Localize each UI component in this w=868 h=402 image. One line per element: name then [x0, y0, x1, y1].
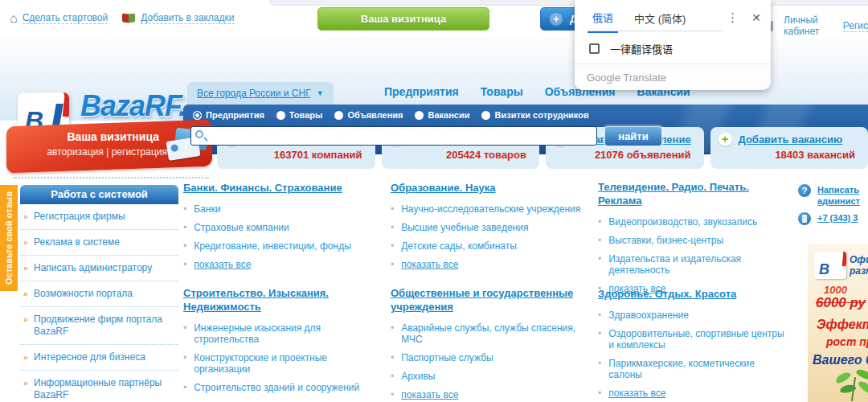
show-all-link[interactable]: показать все — [401, 389, 458, 400]
category-link[interactable]: Конструкторские и проектные организации — [194, 352, 379, 375]
category-title[interactable]: Строительство. Изыскания. Недвижимость — [183, 286, 379, 314]
category-link[interactable]: Здравоохранение — [608, 310, 689, 321]
sidebar-item-write-admin[interactable]: » Написать администратору — [20, 256, 178, 281]
bullet-icon: • — [391, 322, 394, 345]
registration-link[interactable]: Регис — [843, 20, 868, 32]
make-homepage-link[interactable]: Сделать стартовой — [23, 12, 108, 24]
add-vacancy-link[interactable]: Добавить вакансию — [739, 133, 843, 146]
personal-cabinet-link[interactable]: Личный кабинет — [784, 14, 833, 38]
phone-link[interactable]: +7 (343) 3 — [817, 212, 858, 224]
bullet-icon: • — [391, 352, 394, 363]
bullet-icon: • — [183, 382, 186, 393]
category-link[interactable]: Научно-исследовательские учреждения — [401, 203, 580, 215]
arrow-icon: » — [23, 262, 28, 274]
category-title[interactable]: Банки. Финансы. Страхование — [183, 181, 342, 195]
nav-goods[interactable]: Товары — [481, 85, 523, 98]
promo-text: Офи — [850, 254, 868, 265]
nav-companies[interactable]: Предприятия — [384, 85, 459, 98]
sidebar-item-promotion[interactable]: » Продвижение фирм портала BazaRF — [20, 307, 178, 345]
bullet-icon: • — [598, 235, 601, 246]
bullet-icon: • — [183, 203, 186, 215]
sidebar: Работа с системой » Регистрация фирмы » … — [20, 185, 178, 402]
always-translate-checkbox[interactable] — [589, 43, 600, 54]
category-title[interactable]: Телевидение. Радио. Печать. Реклама — [598, 180, 786, 207]
search-icon — [195, 130, 203, 138]
auth-registration-links[interactable]: авторизация | регистрация — [47, 146, 167, 158]
google-translate-popup: 俄语 中文 (简体) ⋮ ✕ 一律翻译俄语 Google Translate — [575, 0, 771, 90]
show-all-link[interactable]: показать все — [401, 259, 458, 270]
arrow-icon: » — [23, 211, 28, 223]
category-health: Здоровье. Отдых. Красота •Здравоохранени… — [598, 286, 797, 392]
sidebar-item-business[interactable]: » Интересное для бизнеса — [20, 345, 178, 371]
category-title[interactable]: Образование. Наука — [391, 181, 495, 195]
category-link[interactable]: Детские сады, комбинаты — [401, 240, 517, 252]
cities-dropdown[interactable]: Все города России и СНГ ▼ — [187, 82, 334, 105]
add-bookmark-link[interactable]: Добавить в закладки — [141, 12, 234, 24]
promo-text: Эффект — [817, 318, 868, 332]
search-scope-radios: Предприятия Товары Объявления Вакансии В… — [193, 110, 589, 120]
bullet-icon: • — [391, 203, 394, 215]
scope-goods[interactable]: Товары — [276, 110, 323, 120]
promo-logo-letter: В — [819, 261, 829, 278]
scope-companies[interactable]: Предприятия — [193, 110, 264, 120]
bullet-icon: • — [598, 310, 601, 321]
more-options-icon[interactable]: ⋮ — [723, 10, 742, 25]
category-link[interactable]: Аварийные службы, службы спасения, МЧС — [401, 322, 587, 345]
arrow-icon: » — [23, 314, 28, 326]
search-input[interactable] — [190, 126, 597, 146]
category-link[interactable]: Кредитование, инвестиции, фонды — [194, 240, 351, 252]
write-admin-link-line2[interactable]: админист — [817, 195, 860, 207]
category-public-institutions: Общественные и государственные учреждени… — [391, 286, 598, 392]
vizitnitsa-button[interactable]: Ваша визитница — [317, 7, 489, 31]
category-link[interactable]: Страховые компании — [194, 222, 289, 233]
bullet-icon: • — [598, 388, 601, 399]
vizitnitsa-banner-title: Ваша визитница — [67, 130, 159, 143]
category-title[interactable]: Общественные и государственные учреждени… — [391, 286, 587, 314]
ads-count: 21076 объявлений — [554, 149, 694, 161]
category-link[interactable]: Выставки, бизнес-центры — [608, 235, 723, 246]
bullet-icon: • — [391, 240, 394, 252]
category-link[interactable]: Банки — [194, 203, 220, 215]
category-link[interactable]: Архивы — [401, 371, 435, 382]
category-media: Телевидение. Радио. Печать. Реклама •Вид… — [598, 180, 797, 286]
category-link[interactable]: Парикмахерские, косметические салоны — [608, 358, 786, 380]
promo-text: рост пр — [826, 335, 868, 348]
tab-target-language[interactable]: 中文 (简体) — [629, 3, 690, 32]
arrow-icon: » — [23, 377, 28, 389]
category-link[interactable]: Высшие учебные заведения — [401, 222, 528, 233]
bullet-icon: • — [391, 389, 394, 400]
vizitnitsa-banner[interactable]: Ваша визитница авторизация | регистрация — [6, 120, 212, 174]
sidebar-item-registration[interactable]: » Регистрация фирмы — [20, 204, 178, 230]
category-title[interactable]: Здоровье. Отдых. Красота — [598, 287, 736, 301]
plus-icon: + — [550, 13, 563, 26]
show-all-link[interactable]: показать все — [194, 259, 251, 270]
sidebar-item-partners[interactable]: » Информационные партнёры BazaRF — [20, 371, 178, 402]
category-link[interactable]: Паспортные службы — [401, 352, 493, 363]
category-link[interactable]: Инженерные изыскания для строительства — [194, 322, 379, 345]
scope-ads[interactable]: Объявления — [334, 110, 403, 120]
sidebar-item-advertising[interactable]: » Реклама в системе — [20, 230, 178, 256]
question-icon: ? — [798, 184, 811, 197]
write-admin-link[interactable]: Написать — [817, 184, 860, 195]
find-button[interactable]: найти — [604, 126, 662, 146]
promo-logo-emblem: В — [814, 252, 846, 279]
scope-vacancies[interactable]: Вакансии — [415, 110, 469, 120]
browser-strip — [269, 0, 868, 6]
bullet-icon: • — [183, 352, 186, 375]
google-translate-brand: Google Translate — [575, 64, 771, 90]
sidebar-item-features[interactable]: » Возможности портала — [20, 281, 178, 307]
arrow-icon: » — [23, 288, 28, 300]
category-link[interactable]: Строительство зданий и сооружений — [194, 382, 359, 393]
scope-employee-cards[interactable]: Визитки сотрудников — [481, 110, 588, 120]
bullet-icon: • — [391, 371, 394, 382]
bullet-icon: • — [598, 253, 601, 276]
add-vacancy-card: + Добавить вакансию 18403 вакансий — [710, 127, 868, 169]
promo-banner[interactable]: В Офи разм 1000 6000 ру Эффект рост пр В… — [808, 244, 868, 402]
close-icon[interactable]: ✕ — [751, 11, 761, 24]
category-link[interactable]: Издательства и издательская деятельность — [608, 253, 786, 276]
tab-source-language[interactable]: 俄语 — [588, 2, 618, 33]
category-link[interactable]: Оздоровительные, спортивные центры и ком… — [608, 328, 786, 351]
category-link[interactable]: Видеопроизводство, звукозапись — [608, 216, 757, 228]
show-all-link[interactable]: показать все — [608, 388, 665, 399]
feedback-tab[interactable]: Оставьте свой отзыв — [0, 185, 18, 291]
